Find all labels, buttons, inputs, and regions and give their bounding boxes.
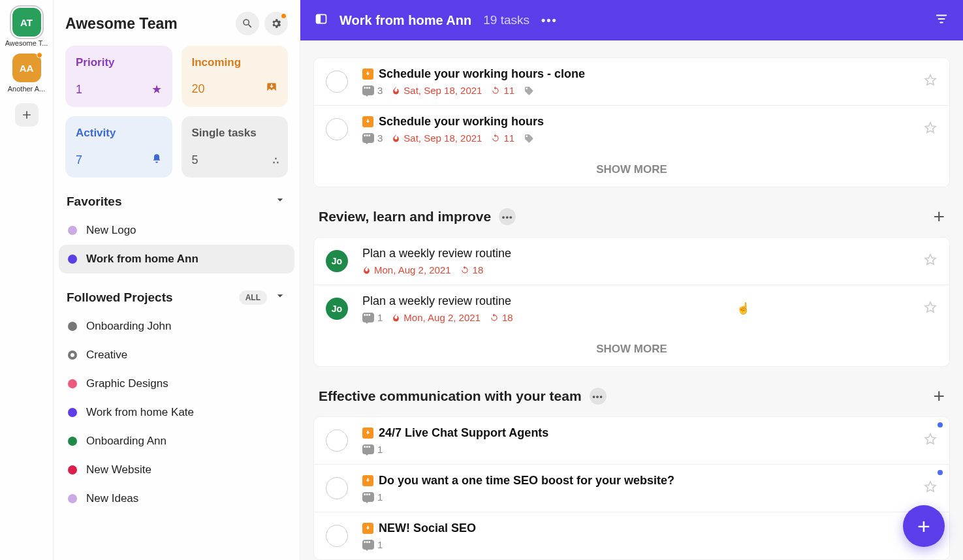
followed-item[interactable]: Onboarding John — [59, 312, 294, 341]
show-more-button[interactable]: SHOW MORE — [314, 153, 949, 187]
task-title: Schedule your working hours - clone — [379, 67, 585, 81]
comments-chip: 1 — [362, 444, 383, 455]
group-header: Effective communication with your team •… — [313, 376, 950, 416]
inbox-badge-icon — [362, 69, 373, 80]
followed-label: Creative — [86, 349, 127, 362]
project-color-icon — [68, 350, 77, 360]
incoming-count: 20 — [192, 82, 205, 96]
followed-label: Onboarding John — [86, 320, 171, 333]
followed-item[interactable]: Graphic Designs — [59, 369, 294, 398]
settings-button[interactable] — [264, 12, 288, 35]
favorite-label: New Logo — [86, 224, 136, 237]
svg-rect-1 — [317, 14, 321, 23]
project-color-icon — [68, 408, 77, 417]
team-title: Awesome Team — [65, 15, 230, 33]
add-workspace-button[interactable] — [15, 103, 39, 127]
task-checkbox[interactable] — [326, 70, 348, 93]
activity-label: Activity — [76, 127, 162, 140]
followed-item[interactable]: Onboarding Ann — [59, 427, 294, 456]
project-color-icon — [68, 379, 77, 388]
comments-chip: 3 — [362, 85, 383, 96]
single-label: Single tasks — [192, 127, 278, 140]
group-title: Effective communication with your team — [319, 388, 582, 404]
search-button[interactable] — [236, 12, 259, 35]
task-row[interactable]: 24/7 Live Chat Support Agents 1 — [314, 417, 949, 464]
repeat-chip: 18 — [460, 264, 484, 275]
favorite-star-button[interactable] — [923, 73, 938, 90]
filter-icon[interactable] — [934, 12, 949, 29]
followed-item[interactable]: Creative — [59, 341, 294, 369]
task-row[interactable]: Jo Plan a weekly review routine Mon, Aug… — [314, 238, 949, 285]
followed-label: Graphic Designs — [86, 377, 168, 390]
project-color-icon — [68, 494, 77, 503]
due-chip: Mon, Aug 2, 2021 — [392, 312, 481, 323]
comments-chip: 1 — [362, 312, 383, 323]
followed-collapse-toggle[interactable] — [274, 289, 287, 305]
task-checkbox[interactable] — [326, 429, 348, 452]
tag-icon — [524, 133, 534, 144]
show-more-button[interactable]: SHOW MORE — [314, 332, 949, 366]
group-title: Review, learn and improve — [319, 209, 491, 225]
main-panel: Work from home Ann 19 tasks ••• Schedule… — [300, 0, 963, 560]
due-chip: Sat, Sep 18, 2021 — [392, 85, 482, 96]
favorite-star-button[interactable] — [923, 300, 938, 317]
add-task-fab[interactable]: + — [903, 505, 945, 547]
followed-heading: Followed Projects — [67, 290, 173, 305]
group-add-button[interactable]: + — [933, 385, 945, 407]
workspace-label: Awesome T... — [1, 39, 52, 47]
project-color-icon — [68, 322, 77, 331]
repeat-chip: 11 — [491, 85, 514, 96]
followed-filter[interactable]: ALL — [239, 290, 267, 305]
favorite-label: Work from home Ann — [86, 253, 198, 266]
favorite-star-button[interactable] — [923, 121, 938, 138]
inbox-badge-icon — [362, 428, 373, 439]
single-tasks-card[interactable]: Single tasks 5 ∴ — [182, 116, 289, 178]
workspace-rail: AT Awesome T...AA Another A... — [0, 0, 54, 560]
task-title: Schedule your working hours — [379, 115, 544, 129]
inbox-badge-icon — [362, 475, 373, 486]
favorite-star-button[interactable] — [923, 432, 938, 449]
task-checkbox[interactable] — [326, 525, 348, 547]
task-row[interactable]: NEW! Social SEO 1 — [314, 512, 949, 559]
task-title: Do you want a one time SEO boost for you… — [379, 474, 674, 488]
task-row[interactable]: Do you want a one time SEO boost for you… — [314, 464, 949, 512]
tag-icon — [524, 86, 534, 96]
group-add-button[interactable]: + — [933, 206, 945, 228]
task-title: NEW! Social SEO — [379, 521, 476, 535]
group-more-button[interactable]: ••• — [499, 208, 516, 225]
followed-item[interactable]: Work from home Kate — [59, 398, 294, 427]
task-row[interactable]: Schedule your working hours 3 Sat, Sep 1… — [314, 105, 949, 153]
task-checkbox[interactable] — [326, 477, 348, 499]
favorite-item[interactable]: New Logo — [59, 216, 294, 245]
task-title: Plan a weekly review routine — [362, 294, 511, 308]
favorites-heading: Favorites — [67, 194, 121, 209]
panel-toggle-icon[interactable] — [315, 12, 328, 28]
workspace-item[interactable]: AT Awesome T... — [1, 8, 52, 47]
favorite-star-button[interactable] — [923, 480, 938, 497]
sidebar: Awesome Team Priority 1★ Incoming 20 Act… — [54, 0, 300, 560]
favorite-star-button[interactable] — [923, 253, 938, 270]
assignee-avatar: Jo — [326, 250, 348, 272]
task-checkbox[interactable] — [326, 118, 348, 140]
inbox-badge-icon — [362, 523, 373, 534]
project-more-button[interactable]: ••• — [541, 14, 558, 27]
task-row[interactable]: Schedule your working hours - clone 3 Sa… — [314, 58, 949, 105]
notification-dot-icon — [281, 14, 286, 18]
priority-label: Priority — [76, 56, 162, 69]
task-title: Plan a weekly review routine — [362, 247, 511, 260]
group-more-button[interactable]: ••• — [590, 388, 607, 405]
task-count: 19 tasks — [483, 13, 529, 27]
followed-item[interactable]: New Website — [59, 456, 294, 484]
dots-icon: ∴ — [273, 155, 277, 166]
favorite-item[interactable]: Work from home Ann — [59, 245, 294, 273]
followed-label: Work from home Kate — [86, 406, 194, 419]
task-row[interactable]: Jo Plan a weekly review routine 1 Mon, A… — [314, 285, 949, 332]
incoming-card[interactable]: Incoming 20 — [182, 46, 289, 107]
favorites-collapse-toggle[interactable] — [274, 193, 287, 210]
workspace-item[interactable]: AA Another A... — [1, 54, 52, 93]
followed-item[interactable]: New Ideas — [59, 484, 294, 513]
priority-count: 1 — [76, 83, 82, 97]
priority-card[interactable]: Priority 1★ — [65, 46, 172, 107]
activity-card[interactable]: Activity 7 — [65, 116, 172, 178]
comments-chip: 1 — [362, 491, 383, 503]
